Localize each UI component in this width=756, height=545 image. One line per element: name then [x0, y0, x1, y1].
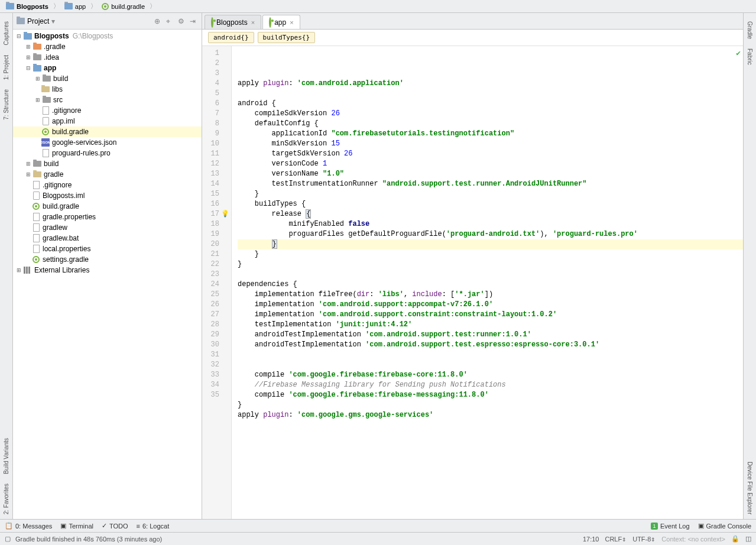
code-line[interactable]: release {	[238, 209, 743, 219]
tab-todo[interactable]: ✓ TODO	[102, 522, 128, 530]
tree-item[interactable]: gradlew	[13, 222, 202, 233]
code-line[interactable]: implementation fileTree(dir: 'libs', inc…	[238, 290, 743, 300]
tree-item[interactable]: proguard-rules.pro	[13, 148, 202, 158]
tree-item[interactable]: .gitignore	[13, 105, 202, 116]
code-line[interactable]: }	[238, 249, 743, 259]
plus-icon[interactable]: ⊞	[25, 54, 32, 61]
rail-captures[interactable]: Captures	[3, 17, 9, 50]
code-line[interactable]: implementation 'com.android.support:appc…	[238, 300, 743, 310]
tree-item-build-gradle[interactable]: build.gradle	[13, 126, 202, 137]
code-line[interactable]	[238, 350, 743, 360]
tab-terminal[interactable]: ▣ Terminal	[60, 522, 93, 530]
code-line[interactable]	[238, 360, 743, 370]
plus-icon[interactable]: ⊞	[34, 75, 41, 82]
code-line[interactable]: }	[238, 189, 743, 199]
code-line[interactable]: apply plugin: 'com.android.application'	[238, 79, 743, 89]
tab-logcat[interactable]: ≡ 6: Logcat	[137, 523, 170, 530]
gear-icon[interactable]: ⚙	[178, 17, 186, 25]
project-tree[interactable]: ⊟BlogpostsG:\Blogposts ⊞.gradle ⊞.idea ⊟…	[13, 30, 202, 519]
plus-icon[interactable]: ⊞	[15, 267, 22, 274]
code-line[interactable]: //Firebase Messaging library for Sending…	[238, 380, 743, 390]
code-editor[interactable]: ✔ apply plugin: 'com.android.application…	[232, 46, 743, 519]
intention-bulb-icon[interactable]: 💡	[221, 209, 229, 219]
editor-tab[interactable]: Blogposts×	[205, 15, 261, 29]
code-line[interactable]: minSdkVersion 15	[238, 139, 743, 149]
plus-icon[interactable]: ⊞	[25, 171, 32, 178]
rail-build-variants[interactable]: Build Variants	[3, 433, 9, 479]
rail-device-explorer[interactable]: Device File Explorer	[747, 457, 753, 519]
lock-icon[interactable]: 🔒	[731, 535, 739, 543]
collapse-icon[interactable]: ⊕	[154, 17, 163, 25]
code-line[interactable]: androidTestImplementation 'com.android.s…	[238, 340, 743, 350]
code-line[interactable]: defaultConfig {	[238, 119, 743, 129]
code-line[interactable]: buildTypes {	[238, 199, 743, 209]
plus-icon[interactable]: ⊞	[34, 96, 41, 103]
tree-item[interactable]: libs	[13, 84, 202, 95]
tab-messages[interactable]: 📋 0: Messages	[5, 522, 52, 530]
code-line[interactable]	[238, 270, 743, 280]
code-line[interactable]: versionName "1.0"	[238, 169, 743, 179]
code-line[interactable]: testInstrumentationRunner "android.suppo…	[238, 179, 743, 189]
code-line[interactable]: versionCode 1	[238, 159, 743, 169]
code-line[interactable]: dependencies {	[238, 280, 743, 290]
code-line[interactable]: androidTestImplementation 'com.android.s…	[238, 330, 743, 340]
tree-item[interactable]: gradle.properties	[13, 212, 202, 222]
code-crumb[interactable]: buildTypes{}	[258, 32, 315, 43]
target-icon[interactable]: ⌖	[166, 17, 174, 25]
tree-item[interactable]: settings.gradle	[13, 254, 202, 265]
rail-gradle[interactable]: Gradle	[747, 17, 753, 44]
encoding[interactable]: UTF-8⇕	[632, 536, 656, 543]
close-icon[interactable]: ×	[251, 19, 255, 26]
cursor-position[interactable]: 17:10	[583, 536, 599, 543]
tree-item[interactable]: JSONgoogle-services.json	[13, 137, 202, 148]
code-line[interactable]: apply plugin: 'com.google.gms.google-ser…	[238, 410, 743, 420]
tree-item[interactable]: .gitignore	[13, 180, 202, 190]
hide-icon[interactable]: ◫	[745, 535, 751, 543]
tree-item[interactable]: ⊞build	[13, 73, 202, 84]
minus-icon[interactable]: ⊟	[15, 33, 22, 40]
code-line[interactable]	[238, 420, 743, 430]
code-line[interactable]: compileSdkVersion 26	[238, 109, 743, 119]
code-line[interactable]: }	[238, 400, 743, 410]
tree-item[interactable]: app.iml	[13, 116, 202, 126]
line-separator[interactable]: CRLF⇕	[605, 536, 627, 543]
breadcrumb-item[interactable]: build.gradle	[98, 3, 148, 10]
code-line[interactable]: android {	[238, 99, 743, 109]
hide-icon[interactable]: ⇥	[190, 17, 198, 25]
tree-item[interactable]: ⊞.idea	[13, 52, 202, 63]
code-line[interactable]: }	[238, 259, 743, 270]
code-line[interactable]: targetSdkVersion 26	[238, 149, 743, 159]
rail-structure[interactable]: 7: Structure	[3, 85, 9, 125]
code-line[interactable]: compile 'com.google.firebase:firebase-me…	[238, 390, 743, 400]
tree-item-ext-lib[interactable]: ⊞External Libraries	[13, 265, 202, 275]
tab-event-log[interactable]: 1Event Log	[651, 522, 690, 530]
project-view-selector[interactable]: Project	[27, 17, 49, 25]
tree-item[interactable]: build.gradle	[13, 201, 202, 212]
code-crumb[interactable]: android{}	[208, 32, 254, 43]
plus-icon[interactable]: ⊞	[25, 160, 32, 167]
line-gutter[interactable]: 1234567891011121314151617💡18192021222324…	[202, 46, 232, 519]
rail-project[interactable]: 1: Project	[3, 50, 9, 85]
tree-item[interactable]: ⊞.gradle	[13, 41, 202, 52]
tree-root[interactable]: ⊟BlogpostsG:\Blogposts	[13, 31, 202, 41]
code-line[interactable]: proguardFiles getDefaultProguardFile('pr…	[238, 229, 743, 239]
tree-item[interactable]: Blogposts.iml	[13, 190, 202, 201]
close-icon[interactable]: ×	[290, 19, 293, 26]
code-line[interactable]: implementation 'com.android.support.cons…	[238, 310, 743, 320]
code-line[interactable]: compile 'com.google.firebase:firebase-co…	[238, 370, 743, 380]
minus-icon[interactable]: ⊟	[25, 64, 32, 72]
plus-icon[interactable]: ⊞	[25, 43, 32, 50]
tree-item[interactable]: ⊞gradle	[13, 169, 202, 180]
context-selector[interactable]: Context: <no context>	[661, 536, 725, 543]
code-line[interactable]: testImplementation 'junit:junit:4.12'	[238, 320, 743, 330]
editor-tab[interactable]: app×	[262, 15, 300, 29]
tree-item[interactable]: gradlew.bat	[13, 233, 202, 244]
rail-fabric[interactable]: Fabric	[747, 44, 753, 70]
tree-item-app[interactable]: ⊟app	[13, 63, 202, 73]
code-line[interactable]: }	[238, 239, 743, 249]
tree-item[interactable]: ⊞build	[13, 158, 202, 169]
rail-favorites[interactable]: 2: Favorites	[3, 479, 9, 519]
tree-item[interactable]: local.properties	[13, 244, 202, 254]
code-line[interactable]: applicationId "com.firebasetutorials.tes…	[238, 129, 743, 139]
tab-gradle-console[interactable]: ▣ Gradle Console	[698, 522, 751, 530]
